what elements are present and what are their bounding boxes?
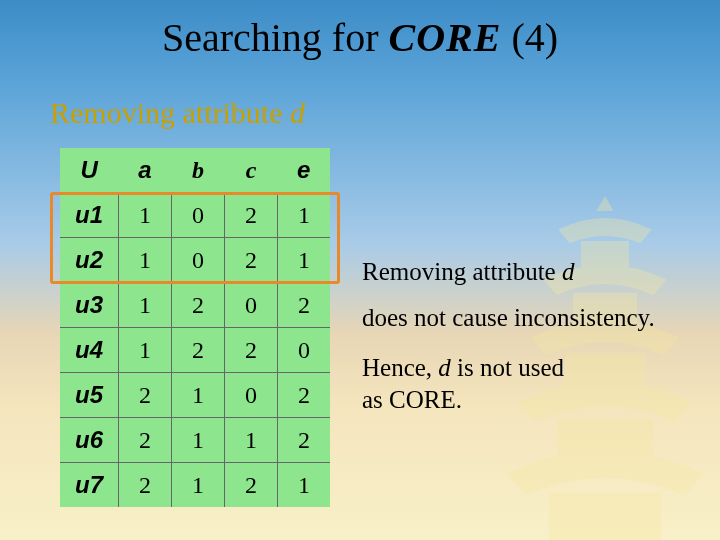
cell: 0 [278, 328, 331, 373]
cell: 2 [225, 238, 278, 283]
svg-rect-4 [550, 494, 660, 540]
col-a: a [119, 148, 172, 193]
body-line-2: does not cause inconsistency. [362, 302, 655, 333]
cell: 1 [278, 238, 331, 283]
body-line-3-pre: Hence, [362, 354, 438, 381]
subtitle-text: Removing attribute [50, 96, 290, 129]
row-label: u4 [60, 328, 119, 373]
cell: 0 [225, 373, 278, 418]
cell: 2 [225, 328, 278, 373]
cell: 2 [225, 193, 278, 238]
row-label: u7 [60, 463, 119, 508]
cell: 2 [278, 373, 331, 418]
header-row: U a b c e [60, 148, 330, 193]
table-row: u5 2 1 0 2 [60, 373, 330, 418]
cell: 2 [278, 283, 331, 328]
cell: 2 [278, 418, 331, 463]
cell: 2 [119, 463, 172, 508]
cell: 1 [278, 193, 331, 238]
col-b: b [172, 148, 225, 193]
body-line-3-post: is not used [451, 354, 564, 381]
title-pre: Searching for [162, 15, 389, 60]
cell: 1 [172, 373, 225, 418]
body-line-3-var: d [438, 354, 451, 381]
cell: 1 [119, 283, 172, 328]
row-label: u1 [60, 193, 119, 238]
col-e: e [278, 148, 331, 193]
table-row: u2 1 0 2 1 [60, 238, 330, 283]
table-row: u6 2 1 1 2 [60, 418, 330, 463]
cell: 1 [119, 328, 172, 373]
body-line-1-var: d [562, 258, 575, 285]
cell: 0 [172, 238, 225, 283]
body-line-4: as CORE. [362, 384, 462, 415]
subtitle: Removing attribute d [50, 96, 305, 130]
cell: 1 [172, 463, 225, 508]
table-row: u3 1 2 0 2 [60, 283, 330, 328]
body-line-3: Hence, d is not used [362, 352, 564, 383]
table-row: u1 1 0 2 1 [60, 193, 330, 238]
cell: 1 [225, 418, 278, 463]
cell: 2 [172, 328, 225, 373]
table-row: u4 1 2 2 0 [60, 328, 330, 373]
cell: 2 [172, 283, 225, 328]
body-line-1: Removing attribute d [362, 256, 574, 287]
table-row: u7 2 1 2 1 [60, 463, 330, 508]
cell: 2 [225, 463, 278, 508]
cell: 1 [119, 193, 172, 238]
title-post: (4) [501, 15, 558, 60]
cell: 2 [119, 418, 172, 463]
col-U: U [60, 148, 119, 193]
row-label: u6 [60, 418, 119, 463]
body-line-1-pre: Removing attribute [362, 258, 562, 285]
slide-title: Searching for CORE (4) [0, 14, 720, 61]
cell: 0 [172, 193, 225, 238]
cell: 2 [119, 373, 172, 418]
title-core: CORE [389, 15, 502, 60]
slide: Searching for CORE (4) Removing attribut… [0, 0, 720, 540]
cell: 0 [225, 283, 278, 328]
cell: 1 [278, 463, 331, 508]
cell: 1 [172, 418, 225, 463]
data-table: U a b c e u1 1 0 2 1 u2 1 0 2 1 u3 [60, 148, 330, 507]
col-c: c [225, 148, 278, 193]
svg-rect-0 [582, 242, 628, 268]
row-label: u2 [60, 238, 119, 283]
row-label: u5 [60, 373, 119, 418]
data-table-wrap: U a b c e u1 1 0 2 1 u2 1 0 2 1 u3 [60, 148, 330, 507]
cell: 1 [119, 238, 172, 283]
row-label: u3 [60, 283, 119, 328]
subtitle-var: d [290, 96, 305, 129]
